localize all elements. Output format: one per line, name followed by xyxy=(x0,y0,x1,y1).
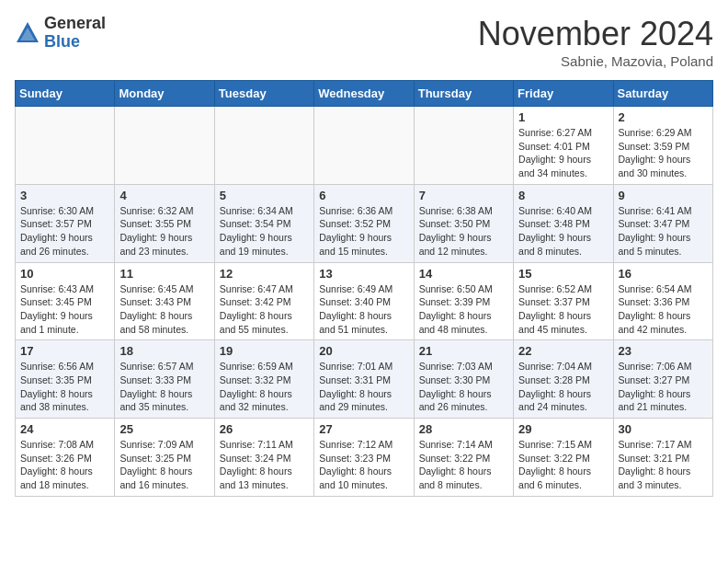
calendar-week-row: 17Sunrise: 6:56 AM Sunset: 3:35 PM Dayli… xyxy=(16,340,713,419)
day-info: Sunrise: 6:43 AM Sunset: 3:45 PM Dayligh… xyxy=(20,282,109,337)
month-title: November 2024 xyxy=(478,15,713,53)
calendar-day-header: Tuesday xyxy=(214,81,313,107)
day-info: Sunrise: 7:03 AM Sunset: 3:30 PM Dayligh… xyxy=(419,360,508,414)
day-number: 12 xyxy=(220,267,309,281)
calendar-day-cell: 7Sunrise: 6:38 AM Sunset: 3:50 PM Daylig… xyxy=(414,184,513,262)
calendar-day-cell: 27Sunrise: 7:12 AM Sunset: 3:23 PM Dayli… xyxy=(314,419,414,497)
calendar-week-row: 24Sunrise: 7:08 AM Sunset: 3:26 PM Dayli… xyxy=(16,419,713,497)
calendar-week-row: 1Sunrise: 6:27 AM Sunset: 4:01 PM Daylig… xyxy=(16,107,713,185)
logo: General Blue xyxy=(15,15,106,52)
calendar-day-cell: 23Sunrise: 7:06 AM Sunset: 3:27 PM Dayli… xyxy=(613,340,712,419)
calendar-day-cell: 17Sunrise: 6:56 AM Sunset: 3:35 PM Dayli… xyxy=(16,340,115,419)
day-number: 19 xyxy=(220,344,309,358)
calendar-day-cell: 16Sunrise: 6:54 AM Sunset: 3:36 PM Dayli… xyxy=(613,262,712,340)
calendar-day-cell: 13Sunrise: 6:49 AM Sunset: 3:40 PM Dayli… xyxy=(314,262,414,340)
day-number: 25 xyxy=(119,422,209,436)
calendar-day-cell: 5Sunrise: 6:34 AM Sunset: 3:54 PM Daylig… xyxy=(214,184,313,262)
subtitle: Sabnie, Mazovia, Poland xyxy=(478,53,713,69)
calendar-day-header: Sunday xyxy=(16,81,115,107)
logo-blue: Blue xyxy=(44,33,106,52)
calendar-day-header: Wednesday xyxy=(314,81,414,107)
calendar-day-cell: 9Sunrise: 6:41 AM Sunset: 3:47 PM Daylig… xyxy=(613,184,712,262)
calendar-day-cell: 21Sunrise: 7:03 AM Sunset: 3:30 PM Dayli… xyxy=(414,340,513,419)
day-number: 22 xyxy=(518,344,608,358)
calendar-day-cell: 10Sunrise: 6:43 AM Sunset: 3:45 PM Dayli… xyxy=(16,262,115,340)
calendar-day-cell: 4Sunrise: 6:32 AM Sunset: 3:55 PM Daylig… xyxy=(115,184,214,262)
day-number: 9 xyxy=(619,189,708,202)
calendar-day-cell xyxy=(214,107,313,185)
day-number: 24 xyxy=(20,422,109,436)
calendar-header-row: SundayMondayTuesdayWednesdayThursdayFrid… xyxy=(16,81,713,107)
day-info: Sunrise: 6:30 AM Sunset: 3:57 PM Dayligh… xyxy=(20,204,109,259)
calendar-day-cell xyxy=(115,107,214,185)
day-info: Sunrise: 6:49 AM Sunset: 3:40 PM Dayligh… xyxy=(319,282,408,337)
day-info: Sunrise: 6:32 AM Sunset: 3:55 PM Dayligh… xyxy=(119,204,209,259)
day-number: 4 xyxy=(119,189,209,202)
day-number: 28 xyxy=(419,422,508,436)
day-number: 30 xyxy=(619,422,708,436)
calendar-day-cell: 20Sunrise: 7:01 AM Sunset: 3:31 PM Dayli… xyxy=(314,340,414,419)
day-info: Sunrise: 7:04 AM Sunset: 3:28 PM Dayligh… xyxy=(518,360,608,414)
day-info: Sunrise: 6:59 AM Sunset: 3:32 PM Dayligh… xyxy=(220,360,309,414)
day-number: 8 xyxy=(518,189,608,202)
day-info: Sunrise: 6:38 AM Sunset: 3:50 PM Dayligh… xyxy=(419,204,508,259)
day-info: Sunrise: 7:12 AM Sunset: 3:23 PM Dayligh… xyxy=(319,438,408,492)
calendar-day-cell: 30Sunrise: 7:17 AM Sunset: 3:21 PM Dayli… xyxy=(613,419,712,497)
calendar-table: SundayMondayTuesdayWednesdayThursdayFrid… xyxy=(15,80,713,497)
day-info: Sunrise: 7:15 AM Sunset: 3:22 PM Dayligh… xyxy=(518,438,608,492)
day-number: 26 xyxy=(220,422,309,436)
calendar-day-cell: 15Sunrise: 6:52 AM Sunset: 3:37 PM Dayli… xyxy=(514,262,613,340)
day-number: 5 xyxy=(220,189,309,202)
calendar-day-cell: 3Sunrise: 6:30 AM Sunset: 3:57 PM Daylig… xyxy=(16,184,115,262)
day-info: Sunrise: 6:52 AM Sunset: 3:37 PM Dayligh… xyxy=(518,282,608,337)
calendar-day-cell xyxy=(414,107,513,185)
calendar-day-cell: 2Sunrise: 6:29 AM Sunset: 3:59 PM Daylig… xyxy=(613,107,712,185)
calendar-day-header: Monday xyxy=(115,81,214,107)
day-number: 29 xyxy=(518,422,608,436)
logo-text: General Blue xyxy=(44,15,106,52)
calendar-day-cell: 8Sunrise: 6:40 AM Sunset: 3:48 PM Daylig… xyxy=(514,184,613,262)
page-header: General Blue November 2024 Sabnie, Mazov… xyxy=(15,15,713,69)
calendar-week-row: 10Sunrise: 6:43 AM Sunset: 3:45 PM Dayli… xyxy=(16,262,713,340)
day-info: Sunrise: 6:40 AM Sunset: 3:48 PM Dayligh… xyxy=(518,204,608,259)
calendar-day-cell: 25Sunrise: 7:09 AM Sunset: 3:25 PM Dayli… xyxy=(115,419,214,497)
calendar-day-cell: 6Sunrise: 6:36 AM Sunset: 3:52 PM Daylig… xyxy=(314,184,414,262)
day-number: 2 xyxy=(619,110,708,124)
day-info: Sunrise: 7:17 AM Sunset: 3:21 PM Dayligh… xyxy=(619,438,708,492)
day-number: 13 xyxy=(319,267,408,281)
day-info: Sunrise: 6:34 AM Sunset: 3:54 PM Dayligh… xyxy=(220,204,309,259)
day-info: Sunrise: 7:01 AM Sunset: 3:31 PM Dayligh… xyxy=(319,360,408,414)
calendar-day-cell: 18Sunrise: 6:57 AM Sunset: 3:33 PM Dayli… xyxy=(115,340,214,419)
day-info: Sunrise: 7:09 AM Sunset: 3:25 PM Dayligh… xyxy=(119,438,209,492)
day-info: Sunrise: 7:06 AM Sunset: 3:27 PM Dayligh… xyxy=(619,360,708,414)
calendar-day-cell: 14Sunrise: 6:50 AM Sunset: 3:39 PM Dayli… xyxy=(414,262,513,340)
day-number: 7 xyxy=(419,189,508,202)
day-number: 18 xyxy=(119,344,209,358)
day-number: 21 xyxy=(419,344,508,358)
day-info: Sunrise: 6:50 AM Sunset: 3:39 PM Dayligh… xyxy=(419,282,508,337)
day-info: Sunrise: 7:14 AM Sunset: 3:22 PM Dayligh… xyxy=(419,438,508,492)
day-number: 23 xyxy=(619,344,708,358)
calendar-day-cell: 29Sunrise: 7:15 AM Sunset: 3:22 PM Dayli… xyxy=(514,419,613,497)
calendar-day-cell: 11Sunrise: 6:45 AM Sunset: 3:43 PM Dayli… xyxy=(115,262,214,340)
calendar-day-cell xyxy=(16,107,115,185)
calendar-day-cell: 12Sunrise: 6:47 AM Sunset: 3:42 PM Dayli… xyxy=(214,262,313,340)
day-info: Sunrise: 6:27 AM Sunset: 4:01 PM Dayligh… xyxy=(518,126,608,180)
day-number: 14 xyxy=(419,267,508,281)
day-number: 16 xyxy=(619,267,708,281)
day-number: 20 xyxy=(319,344,408,358)
day-info: Sunrise: 6:47 AM Sunset: 3:42 PM Dayligh… xyxy=(220,282,309,337)
day-number: 17 xyxy=(20,344,109,358)
day-info: Sunrise: 6:57 AM Sunset: 3:33 PM Dayligh… xyxy=(119,360,209,414)
day-info: Sunrise: 6:54 AM Sunset: 3:36 PM Dayligh… xyxy=(619,282,708,337)
calendar-week-row: 3Sunrise: 6:30 AM Sunset: 3:57 PM Daylig… xyxy=(16,184,713,262)
day-number: 27 xyxy=(319,422,408,436)
logo-general: General xyxy=(44,15,106,33)
logo-icon xyxy=(15,20,40,46)
calendar-day-cell: 24Sunrise: 7:08 AM Sunset: 3:26 PM Dayli… xyxy=(16,419,115,497)
day-number: 6 xyxy=(319,189,408,202)
calendar-day-cell: 1Sunrise: 6:27 AM Sunset: 4:01 PM Daylig… xyxy=(514,107,613,185)
calendar-day-cell: 22Sunrise: 7:04 AM Sunset: 3:28 PM Dayli… xyxy=(514,340,613,419)
calendar-day-header: Saturday xyxy=(613,81,712,107)
day-number: 15 xyxy=(518,267,608,281)
